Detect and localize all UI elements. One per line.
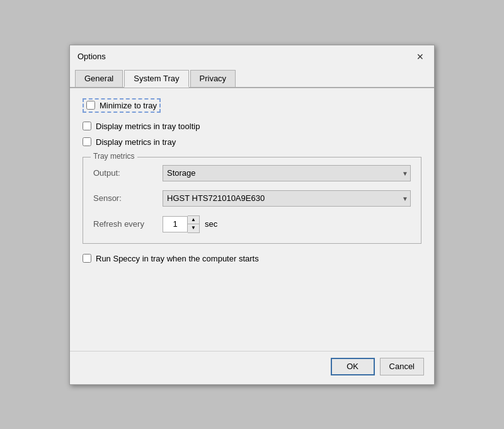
tab-system-tray[interactable]: System Tray — [124, 70, 188, 88]
refresh-spinner-buttons: ▲ ▼ — [188, 215, 200, 233]
refresh-spinner-wrap: ▲ ▼ sec — [163, 215, 217, 233]
refresh-increment-button[interactable]: ▲ — [188, 216, 199, 224]
refresh-decrement-button[interactable]: ▼ — [188, 224, 199, 232]
display-metrics-tray-checkbox[interactable] — [83, 137, 91, 146]
output-field-row: Output: Storage CPU RAM Network ▼ — [93, 165, 411, 181]
display-metrics-tooltip-label: Display metrics in tray tooltip — [96, 122, 200, 131]
minimize-to-tray-label: Minimize to tray — [100, 101, 157, 110]
tabs-bar: General System Tray Privacy — [70, 67, 434, 88]
tray-metrics-group: Tray metrics Output: Storage CPU RAM Net… — [83, 157, 421, 244]
sensor-select-wrap: HGST HTS721010A9E630 ▼ — [163, 190, 411, 207]
ok-button[interactable]: OK — [331, 358, 375, 375]
run-in-tray-checkbox[interactable] — [83, 254, 91, 263]
refresh-unit-label: sec — [205, 219, 217, 229]
run-in-tray-row: Run Speccy in tray when the computer sta… — [83, 254, 421, 263]
refresh-input[interactable] — [163, 216, 188, 232]
tab-general[interactable]: General — [75, 70, 123, 88]
display-metrics-tooltip-row: Display metrics in tray tooltip — [83, 122, 421, 131]
display-metrics-tooltip-checkbox[interactable] — [83, 122, 91, 130]
tab-content: Minimize to tray Display metrics in tray… — [70, 88, 434, 351]
sensor-field-row: Sensor: HGST HTS721010A9E630 ▼ — [93, 190, 411, 207]
refresh-field-row: Refresh every ▲ ▼ sec — [93, 215, 411, 233]
minimize-to-tray-row: Minimize to tray — [83, 98, 161, 113]
display-metrics-tray-label: Display metrics in tray — [96, 137, 176, 147]
sensor-label: Sensor: — [93, 193, 163, 203]
minimize-to-tray-checkbox[interactable] — [86, 101, 95, 110]
close-button[interactable]: ✕ — [414, 50, 427, 63]
options-dialog: Options ✕ General System Tray Privacy Mi… — [69, 45, 435, 385]
tray-metrics-legend: Tray metrics — [91, 152, 137, 161]
output-select-wrap: Storage CPU RAM Network ▼ — [163, 165, 411, 181]
dialog-footer: OK Cancel — [70, 351, 434, 384]
display-metrics-tray-row: Display metrics in tray — [83, 137, 421, 147]
refresh-label: Refresh every — [93, 219, 163, 229]
window-title: Options — [77, 52, 106, 61]
output-select[interactable]: Storage CPU RAM Network — [163, 165, 411, 181]
title-bar: Options ✕ — [70, 45, 434, 67]
tab-privacy[interactable]: Privacy — [190, 70, 236, 88]
run-in-tray-label: Run Speccy in tray when the computer sta… — [96, 254, 259, 263]
output-label: Output: — [93, 168, 163, 178]
sensor-select[interactable]: HGST HTS721010A9E630 — [163, 190, 411, 207]
cancel-button[interactable]: Cancel — [380, 358, 424, 375]
